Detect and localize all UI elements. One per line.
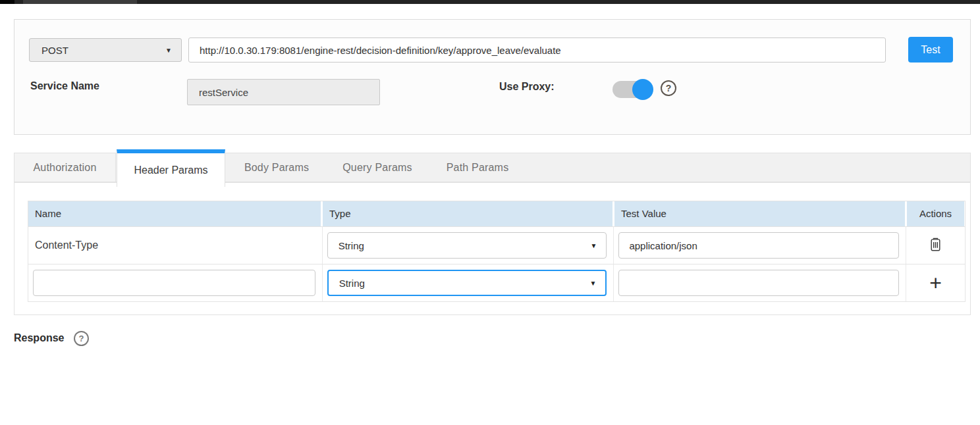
column-header-name: Name <box>28 201 323 226</box>
proxy-help-icon[interactable]: ? <box>661 80 676 96</box>
test-button[interactable]: Test <box>908 37 953 63</box>
param-type-value: String <box>339 278 365 289</box>
column-header-type: Type <box>323 201 614 226</box>
param-test-value-input[interactable] <box>618 232 899 259</box>
params-tab-bar: Authorization Header Params Body Params … <box>14 153 971 182</box>
param-test-value-input[interactable] <box>618 270 899 296</box>
param-type-value: String <box>339 240 364 251</box>
column-header-test-value: Test Value <box>614 201 907 226</box>
header-params-table: Name Type Test Value Actions Content-Typ… <box>28 201 966 302</box>
param-type-select[interactable]: String ▼ <box>327 232 607 259</box>
use-proxy-toggle[interactable] <box>612 79 653 100</box>
url-input[interactable] <box>188 38 886 63</box>
column-header-actions: Actions <box>907 201 964 226</box>
use-proxy-label: Use Proxy: <box>499 81 555 93</box>
tab-authorization[interactable]: Authorization <box>14 153 116 182</box>
window-top-bar <box>0 0 980 4</box>
table-row: Content-Type String ▼ <box>28 226 965 264</box>
tab-query-params[interactable]: Query Params <box>323 153 432 182</box>
chevron-down-icon: ▼ <box>165 47 172 54</box>
http-method-value: POST <box>41 45 68 56</box>
top-bar-corner <box>0 0 14 4</box>
table-row: String ▼ + <box>28 264 965 301</box>
response-help-icon[interactable]: ? <box>74 331 89 346</box>
param-name-value: Content-Type <box>28 239 98 251</box>
tab-header-params[interactable]: Header Params <box>117 149 225 187</box>
chevron-down-icon: ▼ <box>590 242 597 249</box>
tab-body-params[interactable]: Body Params <box>224 153 329 182</box>
add-row-button[interactable]: + <box>929 272 942 293</box>
delete-row-button[interactable] <box>929 238 942 253</box>
top-bar-tab-segment <box>23 0 137 4</box>
plus-icon: + <box>929 272 942 293</box>
tab-content-panel: Name Type Test Value Actions Content-Typ… <box>14 182 971 315</box>
param-type-select[interactable]: String ▼ <box>327 270 607 296</box>
response-section-label: Response <box>14 332 64 344</box>
param-name-input[interactable] <box>33 270 315 296</box>
table-header-row: Name Type Test Value Actions <box>28 201 965 226</box>
service-name-label: Service Name <box>30 80 99 92</box>
tab-path-params[interactable]: Path Params <box>427 153 528 182</box>
request-panel: POST ▼ Test Service Name Use Proxy: ? <box>14 19 971 135</box>
http-method-select[interactable]: POST ▼ <box>29 38 182 62</box>
toggle-knob <box>632 79 653 100</box>
chevron-down-icon: ▼ <box>589 280 596 287</box>
service-name-field[interactable] <box>187 79 380 105</box>
trash-icon <box>929 238 942 253</box>
